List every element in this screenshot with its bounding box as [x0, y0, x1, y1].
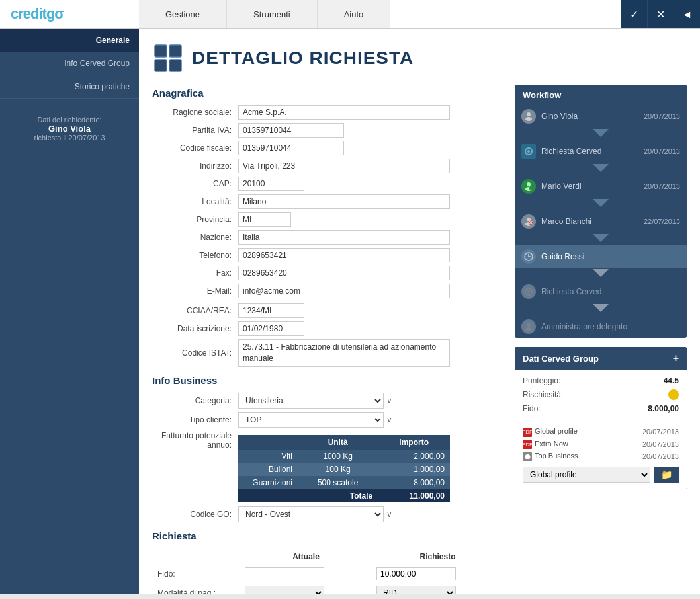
wf-avatar-admin — [521, 319, 536, 334]
table-row: Viti 1000 Kg 2.000,00 — [238, 450, 450, 463]
codice-fiscale-label: Codice fiscale: — [152, 143, 238, 153]
wf-date-cerved1: 20/07/2013 — [644, 147, 680, 155]
sidebar: Generale Info Cerved Group Storico prati… — [0, 29, 139, 594]
workflow-title: Workflow — [515, 85, 687, 105]
cerved-profile-select[interactable]: Global profile — [523, 467, 650, 483]
content-area: DETTAGLIO RICHIESTA Anagrafica Ragione s… — [139, 29, 700, 594]
nazione-input[interactable] — [238, 230, 450, 245]
codice-fiscale-row: Codice fiscale: — [152, 141, 504, 155]
codice-istat-label: Codice ISTAT: — [152, 348, 238, 358]
fido-row: Fido: — [153, 565, 503, 582]
wf-arrow-6 — [515, 303, 687, 315]
cerved-dropdown-row: Global profile 📁 — [523, 467, 679, 483]
fido-attuale-input[interactable] — [245, 567, 324, 580]
wf-date-marco: 22/07/2013 — [644, 218, 680, 225]
codice-go-label: Codice GO: — [152, 510, 238, 519]
wf-avatar-mario: ✓ — [521, 179, 536, 194]
right-column: Workflow Gino Viola 20/07/2013 — [515, 85, 687, 594]
modalita-richiesto-select[interactable]: RID — [376, 586, 456, 594]
page-header: DETTAGLIO RICHIESTA — [152, 42, 687, 74]
categoria-select[interactable]: Utensileria — [238, 393, 384, 409]
wf-name-gino: Gino Viola — [541, 112, 644, 121]
pdf-icon-extra: PDF — [523, 440, 532, 449]
wf-name-marco: Marco Bianchi — [541, 217, 644, 226]
wf-avatar-cerved2 — [521, 284, 536, 299]
svg-point-7 — [527, 150, 530, 153]
wf-date-gino: 20/07/2013 — [644, 112, 680, 120]
modalita-label: Modalità di pag.: — [153, 584, 240, 594]
nav-aiuto[interactable]: Aiuto — [318, 0, 391, 28]
modalita-richiesto-cell: RID — [372, 584, 503, 594]
fatturato-row: Fatturato potenzialeannuo: Unità Importo — [152, 431, 504, 502]
localita-input[interactable] — [238, 194, 450, 209]
fatturato-table: Unità Importo Viti 1000 Kg 2.000,00 — [238, 435, 450, 502]
file-row-top: ⬤Top Business 20/07/2013 — [523, 452, 679, 461]
wf-date-mario: 20/07/2013 — [644, 182, 680, 190]
svg-point-4 — [527, 112, 531, 116]
fax-input[interactable] — [238, 266, 450, 280]
file-date-top: 20/07/2013 — [642, 452, 679, 460]
nav-strumenti[interactable]: Strumenti — [227, 0, 318, 28]
sidebar-info: Dati del richiedente: Gino Viola richies… — [0, 105, 139, 152]
workflow-item-guido: Guido Rossi — [515, 245, 687, 268]
cap-row: CAP: — [152, 177, 504, 191]
email-input[interactable] — [238, 284, 450, 298]
logo: creditgσ — [0, 0, 139, 28]
requester-name: Gino Viola — [9, 124, 130, 134]
anagrafica-title: Anagrafica — [152, 87, 504, 99]
fido-cerved-value: 8.000,00 — [648, 404, 679, 413]
modalita-attuale-select[interactable] — [245, 586, 324, 594]
svg-point-20 — [527, 290, 530, 293]
telefono-input[interactable] — [238, 248, 450, 262]
wf-arrow-1 — [515, 128, 687, 140]
svg-point-22 — [525, 327, 532, 331]
telefono-row: Telefono: — [152, 248, 504, 262]
fido-richiesto-input[interactable] — [376, 567, 456, 580]
nazione-label: Nazione: — [152, 233, 238, 242]
close-button[interactable]: ✕ — [647, 0, 674, 28]
row-unit: 1000 Kg — [298, 450, 378, 463]
left-column: Anagrafica Ragione sociale: Partita IVA:… — [152, 85, 504, 594]
cerved-add-button[interactable]: + — [673, 352, 679, 364]
codice-fiscale-input[interactable] — [238, 141, 344, 155]
data-iscrizione-input[interactable] — [238, 321, 304, 336]
confirm-button[interactable]: ✓ — [621, 0, 647, 28]
codice-go-select[interactable]: Nord - Ovest — [238, 506, 384, 522]
provincia-input[interactable] — [238, 212, 291, 227]
richiesta-col-richiesto: Richiesto — [372, 549, 503, 564]
ragione-sociale-input[interactable] — [238, 105, 450, 120]
wf-name-admin: Amministratore delegato — [541, 322, 680, 331]
rischiosita-row: Rischiosità: — [523, 389, 679, 400]
cciaa-input[interactable] — [238, 303, 304, 318]
row-name: Guarnizioni — [238, 476, 298, 489]
cciaa-row: CCIAA/REA: — [152, 303, 504, 318]
sidebar-item-cerved[interactable]: Info Cerved Group — [0, 52, 139, 75]
file-row-extra: PDFExtra Now 20/07/2013 — [523, 440, 679, 450]
indirizzo-row: Indirizzo: — [152, 159, 504, 173]
nav-bar: Gestione Strumenti Aiuto — [139, 0, 621, 28]
cerved-divider — [523, 420, 679, 420]
sidebar-item-generale[interactable]: Generale — [0, 29, 139, 52]
richiesta-col-empty — [153, 549, 240, 564]
nav-gestione[interactable]: Gestione — [139, 0, 227, 28]
page-title: DETTAGLIO RICHIESTA — [192, 48, 414, 69]
file-row-global: PDFGlobal profile 20/07/2013 — [523, 427, 679, 437]
row-amount: 1.000,00 — [378, 463, 450, 476]
svg-text:✓: ✓ — [527, 186, 531, 190]
svg-rect-1 — [169, 45, 181, 57]
rischiosita-label: Rischiosità: — [523, 390, 563, 399]
indirizzo-input[interactable] — [238, 159, 450, 173]
sidebar-item-storico[interactable]: Storico pratiche — [0, 75, 139, 99]
tipo-cliente-select[interactable]: TOP — [238, 412, 384, 428]
logo-suffix: σ — [54, 5, 64, 22]
row-name: Bulloni — [238, 463, 298, 476]
cerved-open-button[interactable]: 📁 — [654, 467, 679, 483]
partita-iva-input[interactable] — [238, 123, 344, 138]
categoria-row: Categoria: Utensileria ∨ — [152, 393, 504, 409]
table-row: Guarnizioni 500 scatole 8.000,00 — [238, 476, 450, 489]
total-amount: 11.000,00 — [378, 489, 450, 502]
cap-input[interactable] — [238, 177, 304, 191]
file-date-extra: 20/07/2013 — [642, 440, 679, 448]
wf-arrow-3 — [515, 198, 687, 210]
back-button[interactable]: ◄ — [674, 0, 700, 28]
